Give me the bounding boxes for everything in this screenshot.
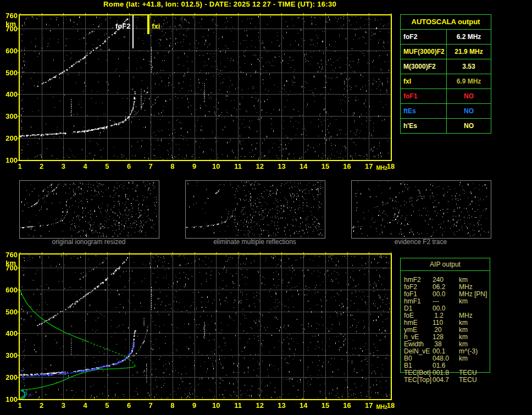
autoscala-row-fof2: foF2 6.2 MHz	[401, 29, 491, 44]
aip-row-deln: DelN_vE00.1m^(-3)	[400, 348, 505, 355]
autoscala-row-hes: h'Es NO	[401, 118, 491, 133]
thumbnail-caption-filtered: eliminate multiple reflections	[185, 238, 324, 246]
autoscala-row-fxi: fxI 6.9 MHz	[401, 74, 491, 88]
autoscala-value: 3.53	[447, 59, 491, 74]
autoscala-table: AUTOSCALA output foF2 6.2 MHz MUF(3000)F…	[400, 14, 491, 134]
autoscala-label: foF1	[401, 89, 447, 103]
autoscala-row-fof1: foF1 NO	[401, 88, 491, 103]
thumbnail-f2-evidence	[351, 180, 491, 239]
autoscala-label: MUF(3000)F2	[401, 45, 447, 59]
aip-table: hmF2240km foF206.2MHz foF100.0MHz[PN] hm…	[400, 276, 505, 384]
autoscala-value: NO	[447, 104, 491, 118]
autoscala-value: 6.2 MHz	[447, 30, 491, 44]
autoscala-row-ftes: ftEs NO	[401, 103, 491, 118]
thumbnail-original-canvas	[20, 181, 158, 237]
thumbnail-caption-original: original ionogram resized	[19, 238, 158, 246]
thumbnail-caption-f2: evidence F2 trace	[351, 238, 490, 246]
autoscala-value: NO	[447, 89, 491, 103]
thumbnail-filtered-ionogram	[185, 180, 325, 239]
autoscala-label: M(3000)F2	[401, 59, 447, 74]
autoscala-ionogram-screen: { "title": "Rome (lat: +41.8, lon: 012.5…	[0, 0, 532, 415]
autoscala-label: foF2	[401, 30, 447, 44]
autoscala-value: 6.9 MHz	[447, 74, 491, 88]
thumbnail-original-ionogram	[19, 180, 159, 239]
autoscala-label: ftEs	[401, 104, 447, 118]
thumbnail-filtered-canvas	[186, 181, 324, 237]
thumbnail-f2-canvas	[352, 181, 490, 237]
page-title: Rome (lat: +41.8, lon: 012.5) - DATE: 20…	[20, 0, 420, 9]
autoscala-label: h'Es	[401, 119, 447, 133]
aip-row-hmf1: hmF1---km	[400, 298, 505, 305]
autoscala-value: 21.9 MHz	[447, 45, 491, 59]
autoscala-value: NO	[447, 119, 491, 133]
aip-table-title: AIP output	[400, 259, 490, 270]
autoscala-row-m3000: M(3000)F2 3.53	[401, 59, 491, 74]
autoscala-label: fxI	[401, 74, 447, 88]
bottom-ionogram-plot	[0, 248, 400, 413]
aip-row-tectop: TEC[Top]004.7TECU	[400, 377, 505, 384]
top-ionogram-plot	[0, 9, 400, 174]
aip-row-b0: B0048.0km	[400, 355, 505, 362]
autoscala-table-title: AUTOSCALA output	[401, 15, 491, 29]
autoscala-row-muf: MUF(3000)F2 21.9 MHz	[401, 44, 491, 59]
aip-row-d1: D100.0	[400, 305, 505, 312]
aip-header-divider	[400, 270, 490, 271]
